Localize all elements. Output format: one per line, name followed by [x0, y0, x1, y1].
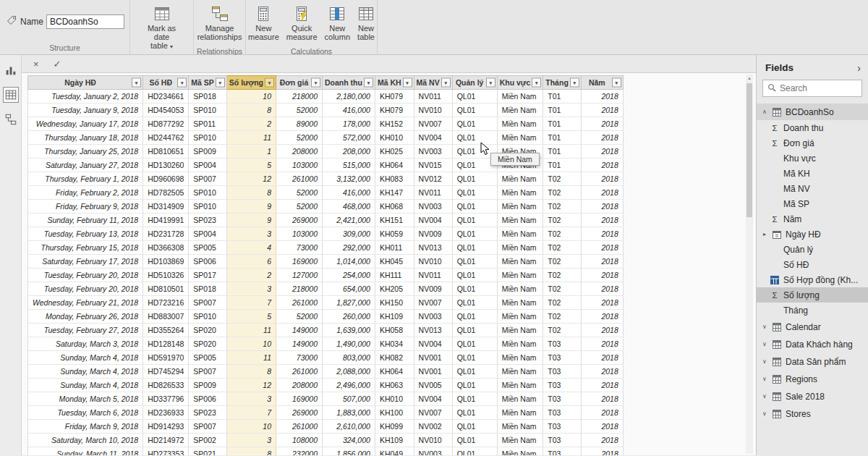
- field-item-ngày-hđ[interactable]: ▸Ngày HĐ: [757, 227, 868, 242]
- cell[interactable]: HD273353: [143, 447, 189, 456]
- cell[interactable]: 416,000: [323, 186, 375, 200]
- cell[interactable]: HD234661: [143, 90, 189, 104]
- cell[interactable]: SP005: [189, 241, 227, 255]
- cell[interactable]: NV015: [414, 159, 452, 172]
- cell[interactable]: T02: [543, 241, 582, 255]
- cell[interactable]: NV003: [414, 200, 452, 214]
- field-item-khu-vực[interactable]: Khu vực: [757, 151, 868, 166]
- cell[interactable]: 507,000: [323, 392, 375, 406]
- cell[interactable]: QL01: [452, 337, 497, 351]
- scroll-thumb[interactable]: [746, 83, 752, 217]
- cell[interactable]: 260,000: [323, 310, 375, 324]
- cell[interactable]: 89000: [276, 117, 323, 131]
- cell[interactable]: 2,088,000: [323, 365, 375, 379]
- cell[interactable]: Miền Nam: [497, 241, 543, 255]
- cell[interactable]: KH045: [375, 255, 414, 269]
- cell[interactable]: KH010: [375, 392, 414, 406]
- cell[interactable]: 2018: [581, 310, 623, 324]
- cell[interactable]: HD244762: [143, 131, 189, 145]
- cell[interactable]: 2018: [581, 117, 623, 131]
- cell[interactable]: 2018: [581, 104, 623, 117]
- collapse-chevron-icon[interactable]: ∧: [761, 109, 768, 115]
- cell[interactable]: QL01: [452, 310, 497, 324]
- cell[interactable]: SP011: [189, 117, 227, 131]
- cell[interactable]: NV001: [414, 365, 452, 379]
- cell[interactable]: NV004: [414, 131, 452, 145]
- cell[interactable]: Wednesday, January 17, 2018: [28, 117, 143, 131]
- cell[interactable]: 7: [226, 406, 276, 420]
- cell[interactable]: 2018: [581, 172, 623, 186]
- cell[interactable]: KH059: [375, 227, 414, 241]
- cell[interactable]: HD231728: [143, 227, 189, 241]
- cell[interactable]: 52000: [276, 186, 323, 200]
- cell[interactable]: 2: [226, 269, 276, 282]
- cell[interactable]: Tuesday, January 2, 2018: [28, 90, 143, 104]
- cell[interactable]: SP023: [189, 214, 227, 227]
- expand-chevron-icon[interactable]: ∨: [761, 341, 768, 347]
- cell[interactable]: 169000: [276, 255, 323, 269]
- cell[interactable]: 468,000: [323, 200, 375, 214]
- cell[interactable]: 3,132,000: [323, 172, 375, 186]
- cell[interactable]: 1,856,000: [323, 447, 375, 456]
- filter-icon[interactable]: ▾: [265, 78, 274, 88]
- cell[interactable]: NV007: [414, 406, 452, 420]
- expand-chevron-icon[interactable]: ∨: [761, 376, 768, 382]
- cell[interactable]: Miền Nam: [497, 434, 543, 447]
- cell[interactable]: T02: [543, 296, 582, 310]
- cell[interactable]: 269000: [276, 214, 323, 227]
- cell[interactable]: 324,000: [323, 434, 375, 447]
- cell[interactable]: SP006: [189, 392, 227, 406]
- cell[interactable]: 2018: [581, 186, 623, 200]
- cell[interactable]: SP018: [189, 90, 227, 104]
- cell[interactable]: NV004: [414, 337, 452, 351]
- cell[interactable]: T02: [543, 227, 582, 241]
- cell[interactable]: 261000: [276, 420, 323, 434]
- cell[interactable]: 2018: [581, 447, 623, 456]
- cell[interactable]: Miền Nam: [497, 406, 543, 420]
- cell[interactable]: NV004: [414, 214, 452, 227]
- cell[interactable]: 103000: [276, 159, 323, 172]
- expand-chevron-icon[interactable]: ∨: [761, 410, 768, 417]
- cell[interactable]: QL01: [452, 379, 497, 392]
- cell[interactable]: 254,000: [323, 269, 375, 282]
- cell[interactable]: QL01: [452, 351, 497, 365]
- cancel-icon[interactable]: ×: [33, 59, 39, 69]
- new-column-button[interactable]: Newcolumn: [322, 4, 353, 43]
- cell[interactable]: 1,883,000: [323, 406, 375, 420]
- cell[interactable]: SP010: [189, 310, 227, 324]
- cell[interactable]: Wednesday, February 21, 2018: [28, 296, 143, 310]
- cell[interactable]: SP007: [189, 420, 227, 434]
- cell[interactable]: Miền Nam: [497, 117, 543, 131]
- cell[interactable]: 2018: [581, 365, 623, 379]
- cell[interactable]: T03: [543, 337, 582, 351]
- cell[interactable]: KH205: [375, 282, 414, 296]
- cell[interactable]: 1,014,000: [323, 255, 375, 269]
- cell[interactable]: KH034: [375, 337, 414, 351]
- cell[interactable]: KH010: [375, 131, 414, 145]
- cell[interactable]: HD877292: [143, 117, 189, 131]
- cell[interactable]: QL01: [452, 90, 497, 104]
- cell[interactable]: 52000: [276, 310, 323, 324]
- cell[interactable]: SP023: [189, 406, 227, 420]
- cell[interactable]: 149000: [276, 324, 323, 337]
- column-header-doanh-thu[interactable]: Doanh thu▾: [323, 76, 375, 90]
- cell[interactable]: T02: [543, 282, 582, 296]
- cell[interactable]: T03: [543, 379, 582, 392]
- cell[interactable]: Miền Nam: [497, 255, 543, 269]
- report-view-icon[interactable]: [3, 62, 19, 78]
- cell[interactable]: 2018: [581, 90, 623, 104]
- cell[interactable]: 232000: [276, 447, 323, 456]
- cell[interactable]: NV009: [414, 282, 452, 296]
- cell[interactable]: Tuesday, January 9, 2018: [28, 104, 143, 117]
- cell[interactable]: Miền Nam: [497, 296, 543, 310]
- filter-icon[interactable]: ▾: [441, 78, 451, 88]
- cell[interactable]: SP010: [189, 200, 227, 214]
- filter-icon[interactable]: ▾: [570, 78, 579, 88]
- cell[interactable]: Saturday, March 10, 2018: [28, 434, 143, 447]
- cell[interactable]: HD591970: [143, 351, 189, 365]
- cell[interactable]: SP010: [189, 131, 227, 145]
- cell[interactable]: Miền Nam: [497, 131, 543, 145]
- cell[interactable]: HD130260: [143, 159, 189, 172]
- column-header-số-lượng[interactable]: Số lượng▾: [226, 76, 276, 90]
- cell[interactable]: T02: [543, 324, 582, 337]
